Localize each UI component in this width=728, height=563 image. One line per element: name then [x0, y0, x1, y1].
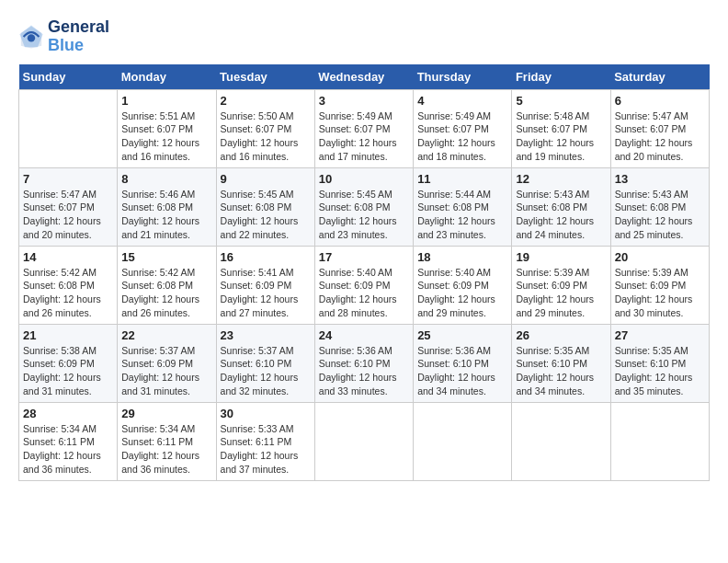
- daylight-label: Daylight: 12 hours and 31 minutes.: [121, 372, 199, 396]
- sunset-label: Sunset: 6:07 PM: [615, 123, 687, 134]
- logo-icon: [18, 24, 44, 50]
- sunrise-label: Sunrise: 5:33 AM: [221, 423, 294, 434]
- day-number: 14: [23, 250, 113, 264]
- day-info: Sunrise: 5:50 AM Sunset: 6:07 PM Dayligh…: [221, 109, 311, 164]
- day-info: Sunrise: 5:39 AM Sunset: 6:09 PM Dayligh…: [516, 266, 606, 320]
- daylight-label: Daylight: 12 hours and 36 minutes.: [121, 450, 199, 475]
- sunset-label: Sunset: 6:09 PM: [221, 280, 292, 291]
- week-row: 21 Sunrise: 5:38 AM Sunset: 6:09 PM Dayl…: [19, 324, 710, 402]
- sunset-label: Sunset: 6:08 PM: [319, 201, 391, 213]
- sunrise-label: Sunrise: 5:49 AM: [417, 110, 491, 121]
- calendar-cell: 3 Sunrise: 5:49 AM Sunset: 6:07 PM Dayli…: [314, 89, 413, 167]
- sunrise-label: Sunrise: 5:38 AM: [23, 345, 97, 356]
- sunrise-label: Sunrise: 5:42 AM: [121, 267, 195, 278]
- sunset-label: Sunset: 6:08 PM: [417, 201, 489, 213]
- sunset-label: Sunset: 6:09 PM: [615, 280, 687, 291]
- calendar-cell: 21 Sunrise: 5:38 AM Sunset: 6:09 PM Dayl…: [19, 324, 118, 402]
- calendar-cell: 12 Sunrise: 5:43 AM Sunset: 6:08 PM Dayl…: [512, 167, 610, 246]
- sunset-label: Sunset: 6:08 PM: [121, 201, 193, 213]
- sunset-label: Sunset: 6:07 PM: [221, 123, 292, 134]
- day-info: Sunrise: 5:49 AM Sunset: 6:07 PM Dayligh…: [319, 109, 409, 164]
- calendar-cell: 30 Sunrise: 5:33 AM Sunset: 6:11 PM Dayl…: [216, 402, 314, 480]
- sunrise-label: Sunrise: 5:36 AM: [319, 345, 392, 356]
- daylight-label: Daylight: 12 hours and 36 minutes.: [23, 450, 101, 475]
- sunset-label: Sunset: 6:10 PM: [417, 358, 489, 369]
- sunrise-label: Sunrise: 5:39 AM: [516, 267, 589, 278]
- calendar-cell: 9 Sunrise: 5:45 AM Sunset: 6:08 PM Dayli…: [216, 167, 314, 246]
- calendar-cell: 24 Sunrise: 5:36 AM Sunset: 6:10 PM Dayl…: [314, 324, 413, 402]
- day-info: Sunrise: 5:34 AM Sunset: 6:11 PM Dayligh…: [121, 422, 211, 477]
- page-header: General Blue: [18, 18, 710, 55]
- day-number: 26: [516, 328, 606, 342]
- calendar-cell: 18 Sunrise: 5:40 AM Sunset: 6:09 PM Dayl…: [414, 246, 512, 324]
- daylight-label: Daylight: 12 hours and 20 minutes.: [615, 137, 693, 162]
- day-number: 4: [417, 94, 507, 108]
- daylight-label: Daylight: 12 hours and 34 minutes.: [417, 372, 495, 396]
- day-info: Sunrise: 5:39 AM Sunset: 6:09 PM Dayligh…: [615, 266, 705, 320]
- calendar-cell: 28 Sunrise: 5:34 AM Sunset: 6:11 PM Dayl…: [19, 402, 118, 480]
- sunrise-label: Sunrise: 5:36 AM: [417, 345, 491, 356]
- day-info: Sunrise: 5:44 AM Sunset: 6:08 PM Dayligh…: [417, 188, 507, 242]
- sunrise-label: Sunrise: 5:48 AM: [516, 110, 589, 121]
- daylight-label: Daylight: 12 hours and 20 minutes.: [23, 215, 101, 240]
- sunrise-label: Sunrise: 5:43 AM: [615, 189, 688, 200]
- calendar-cell: 11 Sunrise: 5:44 AM Sunset: 6:08 PM Dayl…: [414, 167, 512, 246]
- calendar-cell: 27 Sunrise: 5:35 AM Sunset: 6:10 PM Dayl…: [610, 324, 709, 402]
- sunset-label: Sunset: 6:07 PM: [23, 201, 95, 213]
- week-row: 7 Sunrise: 5:47 AM Sunset: 6:07 PM Dayli…: [19, 167, 710, 246]
- day-number: 17: [319, 250, 409, 264]
- sunset-label: Sunset: 6:07 PM: [319, 123, 391, 134]
- sunset-label: Sunset: 6:10 PM: [516, 358, 587, 369]
- weekday-header: Wednesday: [314, 64, 413, 90]
- day-number: 8: [121, 172, 211, 186]
- sunrise-label: Sunrise: 5:40 AM: [417, 267, 491, 278]
- sunrise-label: Sunrise: 5:42 AM: [23, 267, 97, 278]
- weekday-header: Saturday: [610, 64, 709, 90]
- sunset-label: Sunset: 6:08 PM: [221, 201, 292, 213]
- day-number: 16: [221, 250, 311, 264]
- daylight-label: Daylight: 12 hours and 33 minutes.: [319, 372, 397, 396]
- day-number: 21: [23, 328, 113, 342]
- sunset-label: Sunset: 6:11 PM: [23, 436, 95, 447]
- calendar-cell: 5 Sunrise: 5:48 AM Sunset: 6:07 PM Dayli…: [512, 89, 610, 167]
- sunrise-label: Sunrise: 5:51 AM: [121, 110, 195, 121]
- day-number: 18: [417, 250, 507, 264]
- calendar-cell: 25 Sunrise: 5:36 AM Sunset: 6:10 PM Dayl…: [414, 324, 512, 402]
- sunset-label: Sunset: 6:10 PM: [319, 358, 391, 369]
- day-info: Sunrise: 5:43 AM Sunset: 6:08 PM Dayligh…: [516, 188, 606, 242]
- sunset-label: Sunset: 6:07 PM: [121, 123, 193, 134]
- day-info: Sunrise: 5:45 AM Sunset: 6:08 PM Dayligh…: [319, 188, 409, 242]
- day-number: 29: [121, 407, 211, 420]
- day-info: Sunrise: 5:42 AM Sunset: 6:08 PM Dayligh…: [23, 266, 113, 320]
- week-row: 14 Sunrise: 5:42 AM Sunset: 6:08 PM Dayl…: [19, 246, 710, 324]
- daylight-label: Daylight: 12 hours and 28 minutes.: [319, 293, 397, 318]
- day-number: 20: [615, 250, 705, 264]
- day-info: Sunrise: 5:43 AM Sunset: 6:08 PM Dayligh…: [615, 188, 705, 242]
- daylight-label: Daylight: 12 hours and 16 minutes.: [221, 137, 299, 162]
- logo-text: General Blue: [48, 18, 109, 55]
- day-info: Sunrise: 5:33 AM Sunset: 6:11 PM Dayligh…: [221, 422, 311, 477]
- daylight-label: Daylight: 12 hours and 26 minutes.: [121, 293, 199, 318]
- calendar-cell: 4 Sunrise: 5:49 AM Sunset: 6:07 PM Dayli…: [414, 89, 512, 167]
- calendar-cell: 29 Sunrise: 5:34 AM Sunset: 6:11 PM Dayl…: [118, 402, 216, 480]
- day-number: 25: [417, 328, 507, 342]
- calendar-cell: [610, 402, 709, 480]
- day-number: 15: [121, 250, 211, 264]
- sunset-label: Sunset: 6:08 PM: [516, 201, 587, 213]
- daylight-label: Daylight: 12 hours and 34 minutes.: [516, 372, 594, 396]
- day-info: Sunrise: 5:42 AM Sunset: 6:08 PM Dayligh…: [121, 266, 211, 320]
- sunset-label: Sunset: 6:11 PM: [221, 436, 292, 447]
- sunrise-label: Sunrise: 5:37 AM: [121, 345, 195, 356]
- weekday-header-row: SundayMondayTuesdayWednesdayThursdayFrid…: [19, 64, 710, 90]
- day-info: Sunrise: 5:37 AM Sunset: 6:09 PM Dayligh…: [121, 344, 211, 398]
- daylight-label: Daylight: 12 hours and 23 minutes.: [417, 215, 495, 240]
- day-info: Sunrise: 5:49 AM Sunset: 6:07 PM Dayligh…: [417, 109, 507, 164]
- weekday-header: Monday: [118, 64, 216, 90]
- day-info: Sunrise: 5:45 AM Sunset: 6:08 PM Dayligh…: [221, 188, 311, 242]
- day-number: 12: [516, 172, 606, 186]
- sunrise-label: Sunrise: 5:50 AM: [221, 110, 294, 121]
- daylight-label: Daylight: 12 hours and 21 minutes.: [121, 215, 199, 240]
- sunset-label: Sunset: 6:08 PM: [615, 201, 687, 213]
- daylight-label: Daylight: 12 hours and 27 minutes.: [221, 293, 299, 318]
- calendar-cell: 20 Sunrise: 5:39 AM Sunset: 6:09 PM Dayl…: [610, 246, 709, 324]
